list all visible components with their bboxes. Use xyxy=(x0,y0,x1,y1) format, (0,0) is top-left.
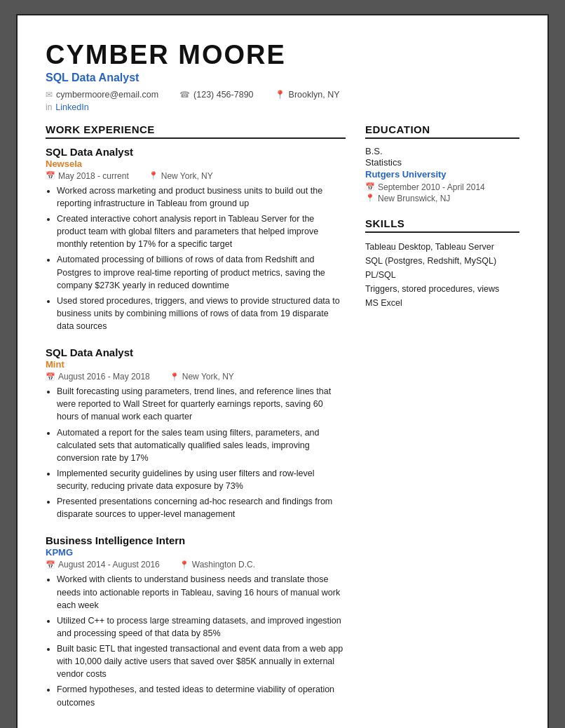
job-1: SQL Data Analyst Newsela 📅 May 2018 - cu… xyxy=(46,146,346,332)
job-2-bullets: Built forecasting using parameters, tren… xyxy=(46,385,346,520)
contact-row: ✉ cymbermoore@email.com ☎ (123) 456-7890… xyxy=(46,90,519,100)
job-1-bullet-2: Created interactive cohort analysis repo… xyxy=(57,213,346,250)
job-3-meta: 📅 August 2014 - August 2016 📍 Washington… xyxy=(46,560,346,569)
calendar-icon-edu: 📅 xyxy=(365,182,375,191)
job-2-dates: 📅 August 2016 - May 2018 xyxy=(46,372,150,382)
job-3-bullet-4: Formed hypotheses, and tested ideas to d… xyxy=(57,683,346,708)
right-column: EDUCATION B.S. Statistics Rutgers Univer… xyxy=(365,123,519,723)
skill-3: PL/SQL xyxy=(365,268,519,282)
edu-dates: 📅 September 2010 - April 2014 xyxy=(365,182,519,192)
job-1-bullets: Worked across marketing and product busi… xyxy=(46,184,346,332)
job-2-company: Mint xyxy=(46,359,346,370)
location-icon-edu: 📍 xyxy=(365,194,375,203)
phone-icon: ☎ xyxy=(179,90,190,100)
job-2-date-text: August 2016 - May 2018 xyxy=(58,372,150,382)
job-1-bullet-3: Automated processing of billions of rows… xyxy=(57,253,346,291)
job-1-bullet-4: Used stored procedures, triggers, and vi… xyxy=(57,295,346,332)
resume-page: CYMBER MOORE SQL Data Analyst ✉ cymbermo… xyxy=(16,14,549,728)
location-text: Brooklyn, NY xyxy=(289,90,340,100)
job-2-bullet-3: Implemented security guidelines by using… xyxy=(57,467,346,492)
job-2-bullet-2: Automated a report for the sales team us… xyxy=(57,426,346,464)
work-experience-heading: WORK EXPERIENCE xyxy=(46,123,346,139)
skills-section: SKILLS Tableau Desktop, Tableau Server S… xyxy=(365,217,519,310)
job-2-bullet-4: Presented presentations concerning ad-ho… xyxy=(57,495,346,520)
education-section: EDUCATION B.S. Statistics Rutgers Univer… xyxy=(365,123,519,203)
job-3-title: Business Intelligence Intern xyxy=(46,534,346,546)
job-1-company: Newsela xyxy=(46,159,346,169)
calendar-icon-3: 📅 xyxy=(46,560,55,569)
job-1-meta: 📅 May 2018 - current 📍 New York, NY xyxy=(46,171,346,181)
phone-contact: ☎ (123) 456-7890 xyxy=(179,90,253,100)
phone-text: (123) 456-7890 xyxy=(193,90,253,100)
job-1-bullet-1: Worked across marketing and product busi… xyxy=(57,184,346,210)
job-1-dates: 📅 May 2018 - current xyxy=(46,171,129,181)
edu-field: Statistics xyxy=(365,157,519,168)
job-2-bullet-1: Built forecasting using parameters, tren… xyxy=(57,385,346,423)
skill-1: Tableau Desktop, Tableau Server xyxy=(365,240,519,254)
job-2-title: SQL Data Analyst xyxy=(46,346,346,358)
body-layout: WORK EXPERIENCE SQL Data Analyst Newsela… xyxy=(46,123,519,723)
email-text: cymbermoore@email.com xyxy=(56,90,158,100)
location-icon-2: 📍 xyxy=(170,372,179,382)
calendar-icon-1: 📅 xyxy=(46,171,55,180)
job-3-location-text: Washington D.C. xyxy=(192,560,255,569)
job-1-location: 📍 New York, NY xyxy=(149,171,213,181)
skill-4: Triggers, stored procedures, views xyxy=(365,282,519,296)
job-3-bullets: Worked with clients to understand busine… xyxy=(46,573,346,708)
email-contact: ✉ cymbermoore@email.com xyxy=(46,90,158,100)
edu-location: 📍 New Brunswick, NJ xyxy=(365,194,519,203)
skills-heading: SKILLS xyxy=(365,217,519,233)
education-heading: EDUCATION xyxy=(365,123,519,139)
job-3-date-text: August 2014 - August 2016 xyxy=(58,560,160,569)
header-section: CYMBER MOORE SQL Data Analyst ✉ cymbermo… xyxy=(46,41,519,112)
location-icon: 📍 xyxy=(275,90,285,100)
job-3-bullet-1: Worked with clients to understand busine… xyxy=(57,573,346,611)
job-3-company: KPMG xyxy=(46,547,346,558)
skill-2: SQL (Postgres, Redshift, MySQL) xyxy=(365,254,519,268)
job-2-location-text: New York, NY xyxy=(182,372,234,382)
linkedin-row: in LinkedIn xyxy=(46,102,519,112)
job-3-dates: 📅 August 2014 - August 2016 xyxy=(46,560,160,569)
calendar-icon-2: 📅 xyxy=(46,372,55,382)
left-column: WORK EXPERIENCE SQL Data Analyst Newsela… xyxy=(46,123,346,723)
linkedin-contact[interactable]: in LinkedIn xyxy=(46,102,89,112)
linkedin-icon: in xyxy=(46,102,52,112)
location-icon-1: 📍 xyxy=(149,171,158,180)
edu-degree: B.S. xyxy=(365,146,519,156)
job-2-location: 📍 New York, NY xyxy=(170,372,234,382)
job-1-location-text: New York, NY xyxy=(161,171,213,181)
job-title-header: SQL Data Analyst xyxy=(46,72,519,84)
job-2-meta: 📅 August 2016 - May 2018 📍 New York, NY xyxy=(46,372,346,382)
location-icon-3: 📍 xyxy=(179,560,189,569)
job-1-title: SQL Data Analyst xyxy=(46,146,346,158)
full-name: CYMBER MOORE xyxy=(46,41,519,70)
job-3: Business Intelligence Intern KPMG 📅 Augu… xyxy=(46,534,346,708)
job-3-bullet-3: Built basic ETL that ingested transactio… xyxy=(57,642,346,680)
edu-date-text: September 2010 - April 2014 xyxy=(378,182,485,192)
email-icon: ✉ xyxy=(46,90,53,100)
job-3-location: 📍 Washington D.C. xyxy=(179,560,255,569)
job-2: SQL Data Analyst Mint 📅 August 2016 - Ma… xyxy=(46,346,346,520)
skill-5: MS Excel xyxy=(365,296,519,310)
edu-university: Rutgers University xyxy=(365,169,519,180)
linkedin-link[interactable]: LinkedIn xyxy=(55,102,88,112)
job-3-bullet-2: Utilized C++ to process large streaming … xyxy=(57,614,346,640)
edu-location-text: New Brunswick, NJ xyxy=(378,194,450,203)
location-contact: 📍 Brooklyn, NY xyxy=(275,90,340,100)
job-1-date-text: May 2018 - current xyxy=(58,171,129,181)
